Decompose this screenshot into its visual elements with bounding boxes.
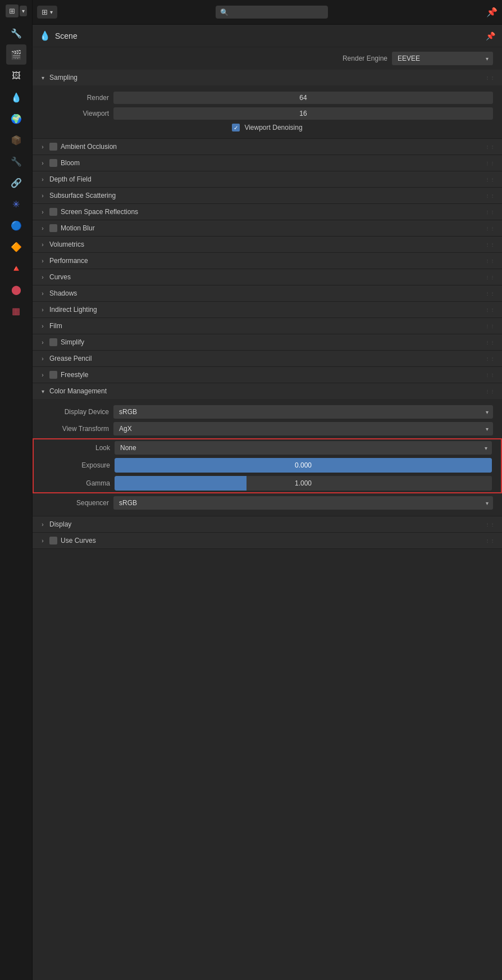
simplify-section: › Simplify ⋮⋮: [33, 334, 502, 351]
sidebar-icon-data[interactable]: 🔗: [6, 173, 26, 193]
depth-of-field-section: › Depth of Field ⋮⋮: [33, 171, 502, 188]
indirect-lighting-section: › Indirect Lighting ⋮⋮: [33, 302, 502, 318]
sidebar-icon-scene[interactable]: 🎬: [6, 44, 26, 65]
sidebar-icon-texture[interactable]: ▦: [6, 301, 26, 321]
look-dropdown-wrapper: None Very High Contrast High Contrast Me…: [115, 441, 492, 455]
screen-space-reflections-toggle[interactable]: [49, 208, 57, 216]
look-select[interactable]: None Very High Contrast High Contrast Me…: [115, 441, 492, 455]
freestyle-toggle[interactable]: [49, 371, 57, 379]
sidebar-icon-constraints[interactable]: 🔶: [6, 237, 26, 257]
simplify-title: Simplify: [61, 338, 482, 346]
curves-section: › Curves ⋮⋮: [33, 269, 502, 285]
exposure-slider[interactable]: 0.000: [115, 458, 492, 473]
panel-header: 💧 Scene 📌: [33, 25, 502, 47]
film-arrow: ›: [39, 323, 46, 329]
subsurface-scattering-header[interactable]: › Subsurface Scattering ⋮⋮: [33, 188, 502, 203]
volumetrics-header[interactable]: › Volumetrics ⋮⋮: [33, 237, 502, 252]
freestyle-dots: ⋮⋮: [485, 373, 495, 378]
motion-blur-dots: ⋮⋮: [485, 226, 495, 231]
sidebar-icon-physics[interactable]: 🔵: [6, 215, 26, 235]
use-curves-toggle[interactable]: [49, 537, 57, 545]
curves-dots: ⋮⋮: [485, 275, 495, 280]
workspace-button[interactable]: ⊞ ▾: [37, 6, 57, 19]
sidebar-icon-modifier[interactable]: 🔧: [6, 151, 26, 171]
subsurface-scattering-title: Subsurface Scattering: [49, 192, 482, 199]
denoising-checkbox[interactable]: ✓: [232, 124, 240, 131]
bloom-dots: ⋮⋮: [485, 161, 495, 166]
color-management-content: Display Device sRGB ▾ View Transform AgX: [33, 399, 502, 516]
sampling-arrow: ▾: [39, 75, 46, 81]
sequencer-dropdown-wrapper: sRGB ▾: [113, 496, 493, 510]
render-engine-select[interactable]: EEVEE Cycles Workbench: [392, 52, 493, 65]
screen-space-reflections-header[interactable]: › Screen Space Reflections ⋮⋮: [33, 204, 502, 220]
display-header[interactable]: › Display ⋮⋮: [33, 516, 502, 532]
exposure-value: 0.000: [295, 461, 312, 469]
sidebar-icon-particles[interactable]: ✳: [6, 194, 26, 214]
use-curves-header[interactable]: › Use Curves ⋮⋮: [33, 533, 502, 548]
shadows-header[interactable]: › Shadows ⋮⋮: [33, 285, 502, 301]
panel-pin-icon[interactable]: 📌: [486, 31, 495, 40]
sidebar-icon-tools[interactable]: 🔧: [6, 23, 26, 43]
simplify-dots: ⋮⋮: [485, 340, 495, 345]
use-curves-title: Use Curves: [61, 537, 482, 545]
display-title: Display: [49, 520, 482, 528]
viewport-input[interactable]: [113, 107, 493, 120]
curves-title: Curves: [49, 273, 482, 281]
shadows-arrow: ›: [39, 291, 46, 297]
ambient-occlusion-dots: ⋮⋮: [485, 144, 495, 149]
film-header[interactable]: › Film ⋮⋮: [33, 318, 502, 334]
gamma-slider[interactable]: 1.000: [115, 476, 492, 491]
bloom-toggle[interactable]: [49, 159, 57, 167]
sampling-header[interactable]: ▾ Sampling ⋮⋮: [33, 70, 502, 85]
performance-dots: ⋮⋮: [485, 258, 495, 264]
performance-header[interactable]: › Performance ⋮⋮: [33, 253, 502, 269]
depth-of-field-header[interactable]: › Depth of Field ⋮⋮: [33, 171, 502, 187]
viewport-label: Viewport: [42, 110, 109, 117]
view-transform-select[interactable]: AgX Filmic Standard: [113, 422, 493, 435]
indirect-lighting-header[interactable]: › Indirect Lighting ⋮⋮: [33, 302, 502, 317]
curves-header[interactable]: › Curves ⋮⋮: [33, 269, 502, 285]
workspace-icon[interactable]: ⊞: [6, 4, 19, 17]
film-title: Film: [49, 322, 482, 330]
shadows-title: Shadows: [49, 289, 482, 297]
grease-pencil-arrow: ›: [39, 356, 46, 362]
film-section: › Film ⋮⋮: [33, 318, 502, 334]
freestyle-arrow: ›: [39, 372, 46, 378]
volumetrics-section: › Volumetrics ⋮⋮: [33, 237, 502, 253]
ambient-occlusion-arrow: ›: [39, 144, 46, 150]
render-input[interactable]: [113, 92, 493, 104]
main-content: ⊞ ▾ 🔍 📌 💧 Scene 📌 Render Engine EEVEE Cy…: [33, 0, 502, 980]
search-input[interactable]: [216, 6, 328, 19]
bloom-header[interactable]: › Bloom ⋮⋮: [33, 155, 502, 171]
sidebar-icon-shading[interactable]: 🔺: [6, 258, 26, 278]
workspace-dropdown-chevron: ▾: [50, 9, 53, 15]
sidebar-icon-object[interactable]: 📦: [6, 130, 26, 150]
color-management-header[interactable]: ▾ Color Management ⋮⋮: [33, 383, 502, 399]
search-container: 🔍: [216, 6, 328, 19]
workspace-dropdown-arrow[interactable]: ▾: [20, 6, 27, 16]
pin-button[interactable]: 📌: [486, 7, 498, 17]
grease-pencil-header[interactable]: › Grease Pencil ⋮⋮: [33, 351, 502, 366]
ambient-occlusion-header[interactable]: › Ambient Occlusion ⋮⋮: [33, 139, 502, 155]
sidebar-icon-viewlayer[interactable]: 💧: [6, 87, 26, 107]
depth-of-field-dots: ⋮⋮: [485, 177, 495, 182]
color-management-arrow: ▾: [39, 388, 46, 394]
screen-space-reflections-dots: ⋮⋮: [485, 210, 495, 215]
freestyle-header[interactable]: › Freestyle ⋮⋮: [33, 367, 502, 383]
display-device-select[interactable]: sRGB: [113, 405, 493, 419]
simplify-header[interactable]: › Simplify ⋮⋮: [33, 334, 502, 350]
sidebar-icon-scene2[interactable]: 🌍: [6, 108, 26, 129]
sidebar-icon-output[interactable]: 🖼: [6, 66, 26, 86]
screen-space-reflections-arrow: ›: [39, 209, 46, 215]
motion-blur-header[interactable]: › Motion Blur ⋮⋮: [33, 220, 502, 236]
simplify-toggle[interactable]: [49, 338, 57, 346]
indirect-lighting-arrow: ›: [39, 307, 46, 313]
render-engine-label: Render Engine: [343, 55, 387, 62]
indirect-lighting-title: Indirect Lighting: [49, 306, 482, 314]
freestyle-title: Freestyle: [61, 371, 482, 379]
sequencer-select[interactable]: sRGB: [113, 496, 493, 510]
performance-section: › Performance ⋮⋮: [33, 253, 502, 269]
motion-blur-toggle[interactable]: [49, 224, 57, 232]
ambient-occlusion-toggle[interactable]: [49, 143, 57, 151]
sidebar-icon-material[interactable]: ⬤: [6, 279, 26, 300]
